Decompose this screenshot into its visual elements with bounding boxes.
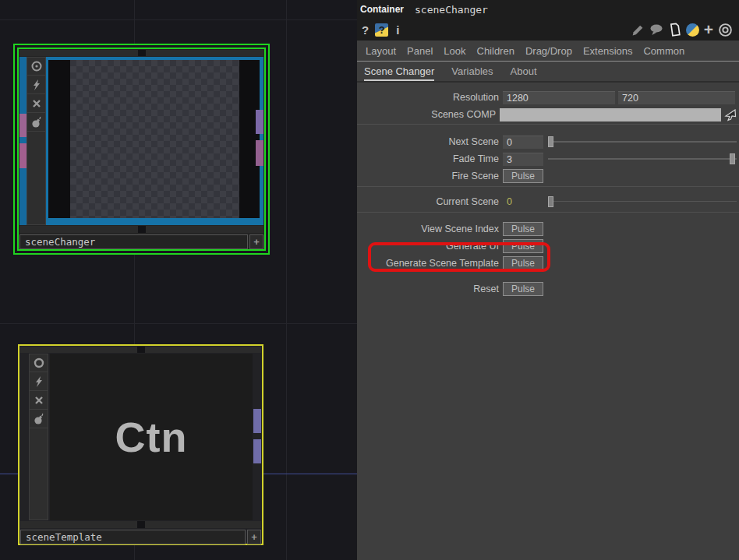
viewer-flag-icon[interactable] [29,354,48,372]
parameter-tabs: Layout Panel Look Children Drag/Drop Ext… [357,41,739,62]
node-body[interactable]: Ctn [50,354,253,520]
close-flag-icon[interactable] [29,391,48,410]
bomb-flag-icon[interactable] [27,113,46,132]
close-flag-icon[interactable] [27,94,46,113]
help-icon[interactable]: ? [362,23,369,37]
output-connector[interactable] [253,439,261,463]
fire-scene-pulse-button[interactable]: Pulse [503,169,543,183]
param-label[interactable]: Fire Scene [357,171,499,181]
param-label[interactable]: View Scene Index [357,224,499,234]
node-viewer-area[interactable] [46,57,263,225]
input-connector[interactable] [19,143,27,168]
comment-icon[interactable] [649,23,663,36]
parameter-panel: Container sceneChanger ? ? i + Layou [357,0,739,560]
bullseye-icon[interactable] [718,23,733,37]
node-bottom-connector-bar[interactable] [19,226,263,233]
slider-handle[interactable] [548,196,553,207]
tab-look[interactable]: Look [444,45,465,57]
param-label[interactable]: Scenes COMP [357,109,496,120]
node-connector[interactable] [137,347,145,353]
bomb-flag-icon[interactable] [29,410,48,428]
tab-layout[interactable]: Layout [366,45,396,57]
subtab-about[interactable]: About [511,65,537,79]
generate-scene-template-pulse-button[interactable]: Pulse [503,256,543,270]
network-editor[interactable]: sceneChanger + [0,0,357,560]
python-help-icon[interactable]: ? [375,23,388,37]
node-name-field[interactable]: sceneChanger [19,234,248,249]
scenes-comp-field[interactable] [500,108,721,122]
param-label[interactable]: Current Scene [357,196,499,207]
tab-children[interactable]: Children [477,45,514,57]
transparency-checkerboard [70,60,239,218]
param-label[interactable]: Generate Scene Template [357,258,499,269]
node-top-connector-bar[interactable] [19,50,263,56]
param-label[interactable]: Resolution [357,92,499,103]
node-connector[interactable] [138,226,146,233]
resolution-h-field[interactable]: 720 [618,91,735,104]
param-label[interactable]: Reset [357,284,499,294]
fade-time-slider[interactable] [548,153,737,165]
fade-time-field[interactable]: 3 [503,153,543,166]
node-connector[interactable] [138,50,146,56]
parameter-list: Resolution 1280 720 Scenes COMP Next Sce… [357,83,739,560]
node-connector[interactable] [137,521,145,528]
expand-node-icon[interactable]: + [249,234,263,249]
generate-ui-pulse-button[interactable]: Pulse [503,239,543,253]
grid-line [0,19,357,20]
node-name-field[interactable]: sceneTemplate [20,530,246,544]
output-connector[interactable] [256,140,263,166]
input-connector[interactable] [19,114,27,137]
reset-pulse-button[interactable]: Pulse [503,282,543,296]
output-connector[interactable] [253,409,261,433]
slider-handle[interactable] [730,153,735,164]
op-picker-arrow-icon[interactable] [723,107,737,122]
tab-panel[interactable]: Panel [407,45,433,57]
bypass-flag-icon[interactable] [29,372,48,391]
add-parameter-icon[interactable]: + [704,23,713,36]
current-scene-slider[interactable] [548,195,737,208]
next-scene-slider[interactable] [548,136,737,148]
param-label[interactable]: Generate UI [357,241,499,252]
viewer-flag-icon[interactable] [27,57,46,76]
pencil-icon[interactable] [631,23,645,37]
view-scene-index-pulse-button[interactable]: Pulse [503,222,543,236]
panel-title-bar: Container sceneChanger [357,0,739,19]
resolution-w-field[interactable]: 1280 [503,91,615,104]
slider-handle[interactable] [548,136,553,147]
param-label[interactable]: Fade Time [357,153,499,164]
panel-icon-row: ? ? i + [357,19,739,41]
node-type-label: Ctn [115,413,188,461]
param-row-scenes-comp: Scenes COMP [357,106,739,123]
bypass-flag-icon[interactable] [27,76,46,94]
param-row-fire-scene: Fire Scene Pulse [357,167,739,185]
custom-parameter-pages: Scene Changer Variables About [357,62,739,83]
op-type-label: Container [360,4,404,15]
param-row-current-scene: Current Scene 0 [357,193,739,210]
node-input-strip [19,57,27,225]
op-name-field[interactable]: sceneChanger [415,4,488,16]
node-top-connector-bar[interactable] [20,347,261,353]
param-row-generate-ui: Generate UI Pulse [357,238,739,255]
python-icon[interactable] [686,23,699,37]
subtab-variables[interactable]: Variables [451,65,493,79]
next-scene-field[interactable]: 0 [503,136,543,149]
grid-line [286,0,287,560]
expand-node-icon[interactable]: + [247,530,261,544]
tab-common[interactable]: Common [643,45,684,57]
node-flag-column [27,57,46,225]
node-bottom-connector-bar[interactable] [20,521,261,528]
param-label[interactable]: Next Scene [357,136,499,147]
info-icon[interactable]: i [396,23,399,37]
output-connector[interactable] [256,110,263,134]
tab-dragdrop[interactable]: Drag/Drop [525,45,572,57]
copy-page-icon[interactable] [668,23,681,37]
node-scenechanger[interactable]: sceneChanger + [13,44,270,255]
current-scene-value: 0 [503,196,543,207]
param-row-generate-scene-template: Generate Scene Template Pulse [357,255,739,272]
subtab-scene-changer[interactable]: Scene Changer [364,65,434,81]
param-row-resolution: Resolution 1280 720 [357,89,739,106]
grid-line [0,323,357,324]
node-scenetemplate[interactable]: Ctn sceneTemplate + [18,344,263,545]
tab-extensions[interactable]: Extensions [583,45,633,57]
viewer-letterbox [239,60,260,218]
